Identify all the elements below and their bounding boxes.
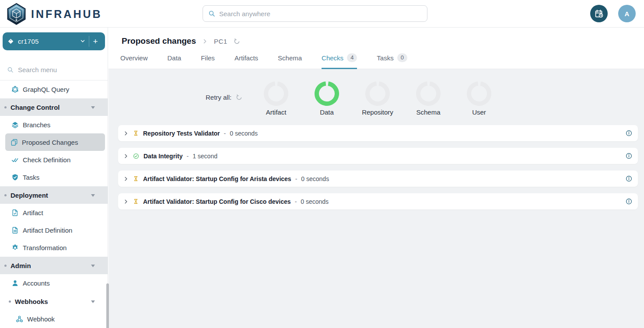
chevron-down-icon[interactable] xyxy=(80,38,86,44)
tab-artifacts[interactable]: Artifacts xyxy=(234,53,258,69)
check-group-label: Schema xyxy=(416,108,440,116)
sidebar-item-transformation[interactable]: Transformation xyxy=(0,239,108,256)
hourglass-icon xyxy=(133,176,139,181)
branch-name: cr1705 xyxy=(18,38,39,45)
tab-data[interactable]: Data xyxy=(168,53,182,69)
branches-icon xyxy=(11,121,19,129)
global-search-input[interactable] xyxy=(219,10,422,17)
webhook-icon xyxy=(16,315,23,323)
progress-ring-idle xyxy=(467,81,491,106)
validator-name: Data Integrity xyxy=(144,153,182,160)
breadcrumb-section[interactable]: Proposed changes xyxy=(122,36,196,46)
validator-list: Repository Tests Validator - 0 seconds xyxy=(118,125,638,216)
chevron-right-icon xyxy=(202,38,208,44)
time-travel-button[interactable] xyxy=(590,5,608,22)
retry-icon[interactable] xyxy=(236,94,242,101)
bullet-icon xyxy=(4,106,7,108)
sidebar-item-webhook[interactable]: Webhook xyxy=(0,310,108,328)
infrahub-hexagon-icon xyxy=(6,3,27,25)
proposed-changes-icon xyxy=(10,139,18,146)
branch-selector[interactable]: cr1705 + xyxy=(3,32,105,50)
tab-files[interactable]: Files xyxy=(201,53,215,69)
refresh-icon[interactable] xyxy=(234,38,240,45)
validator-name: Repository Tests Validator xyxy=(143,130,220,137)
sidebar-item-check-definition[interactable]: Check Definition xyxy=(0,151,108,168)
sidebar-item-label: Webhook xyxy=(27,315,55,323)
expand-chevron-icon[interactable] xyxy=(123,176,129,181)
breadcrumb-item: PC1 xyxy=(214,38,228,45)
sidebar-section-webhooks[interactable]: Webhooks xyxy=(0,293,108,310)
sidebar-section-change-control[interactable]: Change Control xyxy=(0,98,108,116)
info-icon[interactable] xyxy=(626,175,632,182)
hourglass-icon xyxy=(133,130,139,136)
validator-row: Repository Tests Validator - 0 seconds xyxy=(118,125,638,141)
separator: - xyxy=(295,198,297,205)
sidebar-item-label: Artifact xyxy=(23,209,43,216)
graphql-icon xyxy=(11,86,19,93)
gear-icon xyxy=(11,244,19,251)
sidebar-section-label: Admin xyxy=(10,262,31,269)
check-group-repository[interactable]: Repository xyxy=(351,81,404,116)
validator-duration: 0 seconds xyxy=(301,198,329,205)
sidebar-item-proposed-changes[interactable]: Proposed Changes xyxy=(5,133,105,151)
validator-duration: 1 second xyxy=(192,153,217,160)
tab-checks[interactable]: Checks 4 xyxy=(322,53,357,69)
sidebar-item-branches[interactable]: Branches xyxy=(0,116,108,133)
tab-tasks[interactable]: Tasks 0 xyxy=(377,53,407,69)
tab-schema[interactable]: Schema xyxy=(278,53,302,69)
sidebar-item-tasks[interactable]: Tasks xyxy=(0,168,108,186)
global-search[interactable] xyxy=(203,5,427,22)
tab-label: Files xyxy=(201,54,215,62)
info-icon[interactable] xyxy=(626,153,632,159)
sidebar-section-admin[interactable]: Admin xyxy=(0,257,108,274)
menu-search-input[interactable] xyxy=(18,66,105,73)
file-lines-icon xyxy=(11,227,19,234)
avatar-initial: A xyxy=(625,10,630,17)
triangle-down-icon xyxy=(91,300,95,304)
menu-search[interactable] xyxy=(0,59,108,80)
triangle-down-icon xyxy=(91,105,95,109)
brand-logo[interactable]: INFRAHUB xyxy=(6,3,102,25)
sidebar-item-label: Tasks xyxy=(23,174,39,181)
check-group-label: Repository xyxy=(362,108,393,116)
tab-label: Tasks xyxy=(377,54,393,62)
tab-label: Data xyxy=(168,54,182,62)
bullet-icon xyxy=(9,300,11,303)
tab-overview[interactable]: Overview xyxy=(120,53,148,69)
expand-chevron-icon[interactable] xyxy=(123,199,129,204)
file-check-icon xyxy=(11,209,19,216)
sidebar: cr1705 + xyxy=(0,28,108,328)
sidebar-item-label: Transformation xyxy=(23,244,66,251)
info-icon[interactable] xyxy=(626,198,632,205)
check-circle-icon xyxy=(133,153,139,159)
sidebar-menu: GraphQL Query Change Control Branches xyxy=(0,80,108,328)
app-root: INFRAHUB A xyxy=(0,0,644,328)
sidebar-section-label: Change Control xyxy=(10,104,60,111)
validator-row: Data Integrity - 1 second xyxy=(118,148,638,164)
progress-ring-idle xyxy=(416,81,441,106)
sidebar-item-graphql-query[interactable]: GraphQL Query xyxy=(0,80,108,98)
page-head: Proposed changes PC1 Overview Data Files… xyxy=(108,28,644,69)
expand-chevron-icon[interactable] xyxy=(123,131,129,136)
search-icon xyxy=(208,10,215,17)
sidebar-section-deployment[interactable]: Deployment xyxy=(0,186,108,204)
check-group-data[interactable]: Data xyxy=(301,81,353,116)
tab-bar: Overview Data Files Artifacts Schema Che… xyxy=(120,53,407,69)
check-group-user[interactable]: User xyxy=(453,81,505,116)
validator-name: Artifact Validator: Startup Config for C… xyxy=(143,198,291,205)
check-group-schema[interactable]: Schema xyxy=(402,81,455,116)
user-avatar[interactable]: A xyxy=(618,5,636,22)
check-group-artifact[interactable]: Artifact xyxy=(250,81,302,116)
check-group-label: Data xyxy=(320,108,334,116)
sidebar-scrollbar[interactable] xyxy=(106,283,109,328)
info-icon[interactable] xyxy=(626,130,632,136)
sidebar-item-artifact[interactable]: Artifact xyxy=(0,204,108,221)
branch-tag-icon xyxy=(7,38,14,45)
retry-all: Retry all: xyxy=(206,94,242,101)
sidebar-item-artifact-definition[interactable]: Artifact Definition xyxy=(0,221,108,239)
check-group-label: User xyxy=(472,108,486,116)
create-branch-button[interactable]: + xyxy=(89,32,102,50)
expand-chevron-icon[interactable] xyxy=(123,154,129,159)
validator-name: Artifact Validator: Startup Config for A… xyxy=(143,175,291,182)
sidebar-item-accounts[interactable]: Accounts xyxy=(0,274,108,292)
